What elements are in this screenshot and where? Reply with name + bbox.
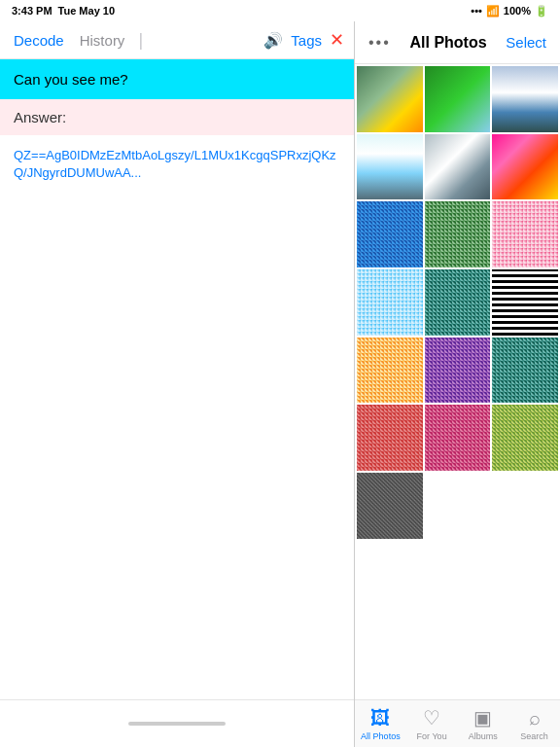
decode-tab[interactable]: Decode (10, 30, 68, 51)
status-time: 3:43 PM (12, 5, 52, 17)
tab-for-you[interactable]: ♡ For You (406, 706, 458, 741)
photo-row-4 (357, 269, 558, 336)
photo-cell[interactable] (425, 405, 491, 471)
left-spacer (0, 194, 354, 699)
status-bar: 3:43 PM Tue May 10 ••• 📶 100% 🔋 (0, 0, 560, 21)
speaker-icon[interactable]: 🔊 (263, 31, 283, 50)
decode-panel: Decode History | 🔊 Tags ✕ Can you see me… (0, 21, 355, 747)
photo-cell[interactable] (425, 66, 491, 132)
status-left: 3:43 PM Tue May 10 (12, 5, 115, 17)
more-dots-status: ••• (471, 5, 482, 17)
question-text: Can you see me? (14, 71, 128, 88)
photos-panel: ••• All Photos Select (355, 21, 560, 747)
photos-header: ••• All Photos Select (355, 21, 560, 64)
left-bottom-bar (0, 699, 354, 747)
answer-label: Answer: (14, 109, 66, 125)
tab-all-photos[interactable]: 🖼 All Photos (355, 707, 406, 741)
photo-cell[interactable] (492, 134, 558, 200)
battery-icon: 🔋 (535, 5, 548, 18)
wifi-icon: 📶 (486, 5, 500, 18)
status-date: Tue May 10 (58, 5, 116, 17)
photo-cell[interactable] (425, 269, 491, 336)
photo-cell[interactable] (492, 66, 558, 132)
photo-cell[interactable] (425, 201, 491, 267)
photo-cell[interactable] (357, 66, 423, 132)
photos-title: All Photos (391, 34, 506, 52)
close-button[interactable]: ✕ (330, 29, 344, 51)
photo-cell[interactable] (357, 473, 423, 539)
app-container: Decode History | 🔊 Tags ✕ Can you see me… (0, 21, 560, 747)
encoded-value: QZ==AgB0IDMzEzMtbAoLgszy/L1MUx1KcgqSPRxz… (14, 148, 336, 180)
photo-cell[interactable] (357, 269, 423, 336)
photo-cell[interactable] (425, 338, 491, 404)
photo-cell[interactable] (492, 269, 558, 336)
answer-box: Answer: (0, 99, 354, 135)
more-dots-icon[interactable]: ••• (368, 34, 391, 52)
photo-row-5 (357, 338, 558, 404)
tab-separator: | (138, 30, 143, 51)
photos-tabbar: 🖼 All Photos ♡ For You ▣ Albums ⌕ Search (355, 699, 560, 747)
tab-albums[interactable]: ▣ Albums (458, 706, 509, 741)
photo-row-2 (357, 134, 558, 200)
battery-text: 100% (504, 5, 531, 17)
photo-cell[interactable] (357, 405, 423, 471)
photo-cell-empty (492, 473, 558, 539)
history-tab[interactable]: History (76, 30, 129, 51)
photo-row-6 (357, 405, 558, 471)
select-button[interactable]: Select (506, 34, 546, 51)
tab-search[interactable]: ⌕ Search (508, 707, 560, 741)
photo-cell-empty (425, 473, 491, 539)
question-box: Can you see me? (0, 59, 354, 99)
photo-cell[interactable] (357, 134, 423, 200)
photo-cell[interactable] (492, 405, 558, 471)
photo-row-3 (357, 201, 558, 267)
photo-cell[interactable] (425, 134, 491, 200)
photo-cell[interactable] (357, 201, 423, 267)
photo-row-7 (357, 473, 558, 539)
photo-cell[interactable] (357, 338, 423, 404)
albums-icon: ▣ (473, 706, 492, 729)
encoded-text: QZ==AgB0IDMzEzMtbAoLgszy/L1MUx1KcgqSPRxz… (0, 135, 354, 194)
for-you-icon: ♡ (423, 706, 440, 729)
home-indicator (128, 722, 226, 726)
photo-cell[interactable] (492, 201, 558, 267)
decode-header: Decode History | 🔊 Tags ✕ (0, 21, 354, 59)
photos-grid (355, 64, 560, 699)
all-photos-icon: 🖼 (370, 707, 390, 729)
photo-cell[interactable] (492, 338, 558, 404)
tags-button[interactable]: Tags (291, 32, 322, 49)
photo-row-1 (357, 66, 558, 132)
status-right: ••• 📶 100% 🔋 (471, 5, 548, 18)
search-icon: ⌕ (529, 707, 541, 729)
